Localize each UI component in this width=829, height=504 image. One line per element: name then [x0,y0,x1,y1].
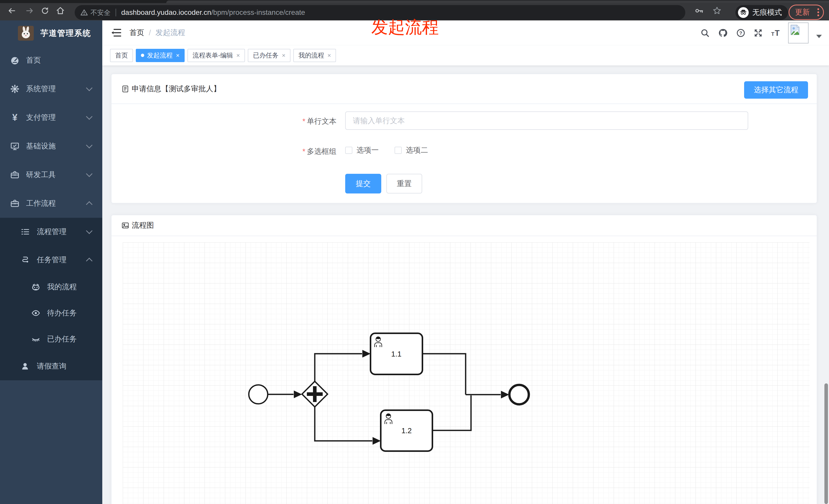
update-label: 更新 [795,7,810,17]
browser-update-button[interactable]: 更新 [789,5,824,20]
tab-label: 已办任务 [253,51,279,60]
sidebar-item-label: 请假查询 [37,361,67,371]
tab-done-tasks[interactable]: 已办任务 × [248,49,290,62]
site-security[interactable]: 不安全 [80,8,110,17]
breadcrumb-separator: / [149,29,151,37]
checkbox-option-1-label[interactable]: 选项一 [356,145,379,155]
close-icon[interactable]: × [282,52,285,59]
sidebar-logo[interactable]: 芋道管理系统 [0,21,102,46]
browser-back-button[interactable] [7,6,17,16]
sidebar-item-process-mgmt[interactable]: 流程管理 [0,218,102,246]
sidebar-collapse-button[interactable] [111,27,122,38]
sidebar-item-label: 基础设施 [26,141,56,151]
tab-label: 发起流程 [147,51,173,60]
svg-text:T: T [771,31,774,37]
browser-reload-button[interactable] [40,6,50,16]
sidebar-item-label: 我的流程 [47,282,77,292]
sidebar-item-system[interactable]: 系统管理 [0,75,102,103]
sidebar-item-label: 研发工具 [26,170,56,180]
sidebar-item-payment[interactable]: ¥ 支付管理 [0,103,102,132]
sidebar-item-my-process[interactable]: 我的流程 [0,274,102,300]
form-actions: 提交 重置 [345,174,422,193]
checkbox-option-2-label[interactable]: 选项二 [406,145,428,155]
help-icon: ? [736,28,745,38]
bpmn-end-event[interactable] [509,385,529,404]
avatar-dropdown-caret[interactable] [816,35,822,38]
bpmn-parallel-gateway[interactable] [302,381,328,407]
gear-icon [10,84,20,93]
checkbox-option-1[interactable] [345,147,352,154]
sidebar-item-home[interactable]: 首页 [0,46,102,75]
forward-icon [25,6,35,15]
image-icon [121,222,129,229]
tab-home[interactable]: 首页 [110,49,133,62]
bpmn-user-task-1[interactable]: 1.1 [370,333,423,375]
page-scrollbar-thumb[interactable] [824,383,828,504]
tab-my-process[interactable]: 我的流程 × [293,49,336,62]
reset-button[interactable]: 重置 [386,174,422,193]
header-fullscreen-button[interactable] [753,28,763,38]
apply-info-card-header: 申请信息【测试多审批人】 [111,74,817,104]
process-list-icon [21,227,30,236]
sidebar-item-infra[interactable]: 基础设施 [0,132,102,160]
search-icon [700,28,710,38]
password-manager-button[interactable] [694,6,705,16]
toolbox-icon [10,170,20,180]
header-github-button[interactable] [718,28,728,38]
incognito-label: 无痕模式 [752,7,782,17]
submit-button[interactable]: 提交 [345,174,381,193]
chevron-down-icon [86,142,92,148]
tabs-bar: 首页 发起流程 × 流程表单-编辑 × 已办任务 × 我的流程 × [102,45,829,66]
select-other-process-button[interactable]: 选择其它流程 [744,81,808,99]
tab-label: 首页 [115,51,128,60]
font-size-icon: TT [770,28,781,38]
breadcrumb-home[interactable]: 首页 [130,28,144,38]
sidebar-item-label: 工作流程 [26,198,56,208]
chevron-up-icon [86,258,92,264]
chevron-down-icon [86,85,92,91]
todo-eye-icon [31,308,40,318]
monitor-icon [10,142,20,151]
done-eye-icon [31,335,40,344]
single-line-text-input[interactable] [345,111,748,130]
workflow-icon [10,199,20,208]
header-fontsize-button[interactable]: TT [770,28,781,38]
browser-active-tab [166,1,829,3]
header-help-button[interactable]: ? [735,28,746,38]
app-title: 芋道管理系统 [40,28,91,39]
required-mark: * [302,117,305,125]
close-icon[interactable]: × [236,52,240,59]
sidebar-item-workflow[interactable]: 工作流程 [0,189,102,218]
bpmn-user-task-2[interactable]: 1.2 [381,410,432,451]
browser-forward-button[interactable] [25,6,35,16]
header-search-button[interactable] [699,28,710,38]
yen-icon: ¥ [10,113,20,122]
tab-label: 流程表单-编辑 [192,51,233,60]
bpmn-start-event[interactable] [249,385,268,404]
checkbox-group: 选项一 选项二 [345,143,428,157]
checkbox-option-2[interactable] [395,147,402,154]
url-path: /bpm/process-instance/create [211,8,305,16]
close-icon[interactable]: × [176,52,180,59]
sidebar-item-done-tasks[interactable]: 已办任务 [0,326,102,352]
sidebar-item-task-mgmt[interactable]: 任务管理 [0,246,102,274]
browser-menu-icon[interactable] [817,7,820,17]
breadcrumb: 首页 / 发起流程 [130,21,185,45]
breadcrumb-current: 发起流程 [155,28,185,38]
user-avatar[interactable] [788,23,808,43]
svg-text:?: ? [739,30,742,36]
tab-process-form-edit[interactable]: 流程表单-编辑 × [187,49,245,62]
tab-start-process[interactable]: 发起流程 × [136,49,185,62]
sidebar-item-label: 已办任务 [47,334,77,344]
app-header: 首页 / 发起流程 ? TT [102,21,829,45]
star-icon [712,6,722,15]
sidebar-item-devtools[interactable]: 研发工具 [0,160,102,189]
sidebar-item-todo-tasks[interactable]: 待办任务 [0,300,102,326]
sidebar-item-leave-query[interactable]: 请假查询 [0,352,102,380]
bookmark-button[interactable] [712,6,722,16]
chevron-down-icon [86,170,92,177]
bpmn-canvas[interactable]: 1.1 1.2 [123,242,809,504]
browser-home-button[interactable] [55,6,66,16]
home-icon [56,6,65,15]
close-icon[interactable]: × [327,52,331,59]
